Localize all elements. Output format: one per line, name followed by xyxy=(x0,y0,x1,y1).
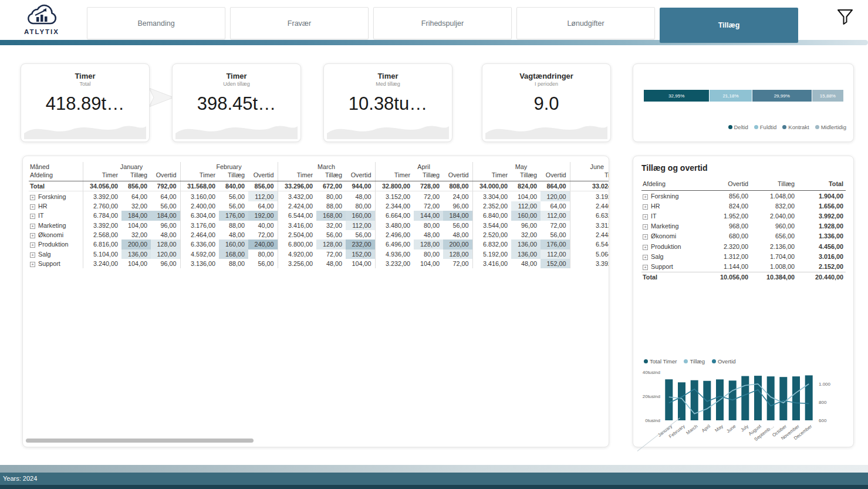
employment-mix-legend: DeltidFuldtidKontraktMidlertidig xyxy=(728,124,847,130)
line-series-overtid[interactable] xyxy=(669,389,809,406)
matrix-cell: 104,00 xyxy=(511,191,541,201)
matrix-cell: 2.440,00 xyxy=(570,201,609,211)
axis-tick-label: April xyxy=(701,423,711,433)
matrix-cell: 840,00 xyxy=(219,181,248,191)
mix-segment-midlertidig[interactable]: 15,88% xyxy=(812,90,844,102)
summary-col-afdeling: Afdeling xyxy=(641,178,703,191)
matrix-cell: 112,00 xyxy=(346,221,375,230)
legend-item-tillaeg[interactable]: Tillæg xyxy=(684,358,705,365)
bar[interactable] xyxy=(805,375,813,420)
bar[interactable] xyxy=(754,376,762,420)
sparkline xyxy=(24,116,146,139)
expand-icon[interactable]: + xyxy=(643,194,648,200)
bar[interactable] xyxy=(741,376,749,420)
combo-chart[interactable]: 40tusind20tusind0tusind1.000800600Januar… xyxy=(634,369,853,452)
matrix-cell: 944,00 xyxy=(346,181,375,191)
matrix-cell: 200,00 xyxy=(443,240,472,249)
expand-icon[interactable]: + xyxy=(30,252,35,258)
tab-lonudgifter[interactable]: Lønudgifter xyxy=(516,7,655,39)
legend-item-kontrakt[interactable]: Kontrakt xyxy=(782,124,809,130)
bar[interactable] xyxy=(665,379,673,420)
matrix-cell: 96,00 xyxy=(443,201,472,211)
matrix-cell: 24,00 xyxy=(443,191,472,201)
expand-icon[interactable]: + xyxy=(30,224,35,229)
row-header-cell: +Produktion xyxy=(29,240,83,249)
mix-segment-fuldtid[interactable]: 21,18% xyxy=(710,90,752,102)
matrix-cell: 240,00 xyxy=(248,240,278,249)
footer-filter-bar: Years: 2024 xyxy=(0,473,868,485)
expand-icon[interactable]: + xyxy=(30,233,35,238)
matrix-cell: 3.152,00 xyxy=(375,191,414,201)
matrix-cell: 80,00 xyxy=(346,201,375,211)
matrix-cell: 64,00 xyxy=(121,191,151,201)
expand-icon[interactable]: + xyxy=(30,195,35,200)
matrix-cell: 3.480,00 xyxy=(375,221,414,230)
matrix-cell: 32,00 xyxy=(121,201,151,211)
matrix-cell: 56,00 xyxy=(219,191,248,201)
expand-icon[interactable]: + xyxy=(643,234,648,240)
row-header-cell: +Salg xyxy=(29,249,83,259)
matrix-cell: 56,00 xyxy=(346,230,375,240)
summary-cell: 1.904,00 xyxy=(797,191,846,201)
matrix-cell: 72,00 xyxy=(414,201,443,211)
matrix-cell: 48,00 xyxy=(316,259,346,268)
summary-cell: 1.928,00 xyxy=(797,221,846,231)
bar[interactable] xyxy=(779,377,787,420)
matrix-cell: 48,00 xyxy=(219,230,248,240)
month-header-february: February xyxy=(180,162,278,171)
legend-item-midlertidig[interactable]: Midlertidig xyxy=(815,124,846,130)
summary-row-support: +Support1.144,001.008,002.152,00 xyxy=(641,261,846,272)
years-filter-label: Years: 2024 xyxy=(3,475,37,482)
matrix-cell: 104,00 xyxy=(121,259,151,268)
legend-item-total-timer[interactable]: Total Timer xyxy=(644,358,677,365)
kpi-value: 10.38tu… xyxy=(324,93,452,114)
row-header-cell: +Support xyxy=(641,261,703,272)
kpi-card-uden-tillaeg: TimerUden tillæg398.45t… xyxy=(172,63,301,142)
legend-item-overtid[interactable]: Overtid xyxy=(712,358,736,365)
expand-icon[interactable]: + xyxy=(643,245,648,250)
matrix-cell: 31.568,00 xyxy=(180,181,219,191)
expand-icon[interactable]: + xyxy=(30,262,35,267)
row-header-cell: +HR xyxy=(29,201,83,211)
legend-item-fuldtid[interactable]: Fuldtid xyxy=(754,124,777,130)
expand-icon[interactable]: + xyxy=(643,214,648,220)
line-series-tillaeg[interactable] xyxy=(669,384,809,414)
expand-icon[interactable]: + xyxy=(643,204,648,210)
horizontal-scrollbar[interactable] xyxy=(26,439,254,443)
tab-fravaer[interactable]: Fravær xyxy=(230,7,369,39)
sparkline xyxy=(327,116,449,139)
matrix-cell: 64,00 xyxy=(541,201,570,211)
summary-cell: 1.656,00 xyxy=(797,201,846,211)
kpi-subtitle: Total xyxy=(21,81,149,87)
row-header-cell: Total xyxy=(29,181,83,191)
matrix-cell: 34.056,00 xyxy=(83,181,121,191)
summary-cell: 4.456,00 xyxy=(797,241,846,251)
expand-icon[interactable]: + xyxy=(30,214,35,219)
expand-icon[interactable]: + xyxy=(30,204,35,210)
legend-item-deltid[interactable]: Deltid xyxy=(728,124,748,130)
expand-icon[interactable]: + xyxy=(643,224,648,230)
matrix-cell: 2.504,00 xyxy=(278,230,316,240)
expand-icon[interactable]: + xyxy=(643,255,648,260)
bar[interactable] xyxy=(729,380,737,420)
bar[interactable] xyxy=(691,380,698,420)
expand-icon[interactable]: + xyxy=(30,242,35,248)
matrix-row-okonomi: +Økonomi2.568,0032,0048,002.464,0048,007… xyxy=(29,230,609,240)
matrix-cell: 2.352,00 xyxy=(472,201,511,211)
month-header-may: May xyxy=(472,162,570,171)
matrix-cell: 6.816,00 xyxy=(83,240,121,249)
bar[interactable] xyxy=(792,376,800,420)
tab-frihedspuljer[interactable]: Frihedspuljer xyxy=(373,7,512,39)
mix-segment-kontrakt[interactable]: 29,99% xyxy=(752,90,812,102)
expand-icon[interactable]: + xyxy=(643,265,648,270)
filter-icon[interactable] xyxy=(835,7,855,29)
tab-tillaeg[interactable]: Tillæg xyxy=(660,8,798,43)
kpi-card-total: TimerTotal418.89t… xyxy=(21,63,150,142)
matrix-cell: 2.344,00 xyxy=(375,201,414,211)
tab-bemanding[interactable]: Bemanding xyxy=(87,7,225,39)
matrix-row-support: +Support3.240,00104,0096,003.136,0088,00… xyxy=(29,259,609,268)
matrix-cell: 2.464,00 xyxy=(180,230,219,240)
row-header-cell: +Marketing xyxy=(29,221,83,230)
axis-tick-label: March xyxy=(685,423,698,436)
mix-segment-deltid[interactable]: 32,95% xyxy=(644,90,710,102)
